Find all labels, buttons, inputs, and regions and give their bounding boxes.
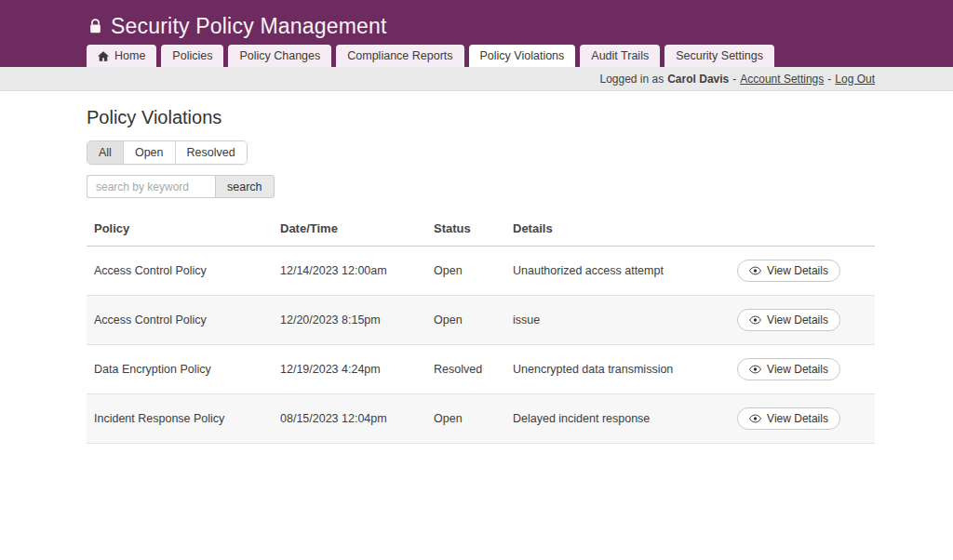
tab-policy-violations[interactable]: Policy Violations [469,45,576,67]
tab-policies[interactable]: Policies [161,45,223,67]
cell-datetime: 08/15/2023 12:04pm [273,394,426,444]
eye-icon [749,266,761,275]
tab-label: Home [114,49,145,62]
account-settings-link[interactable]: Account Settings [740,73,824,86]
tab-label: Policy Changes [239,49,320,62]
column-header-actions [703,213,875,247]
view-details-label: View Details [767,264,828,277]
cell-details: issue [505,296,703,345]
view-details-label: View Details [767,363,828,376]
table-row: Data Encryption Policy 12/19/2023 4:24pm… [87,345,875,394]
app-title: Security Policy Management [111,14,387,39]
tab-policy-changes[interactable]: Policy Changes [228,45,331,67]
cell-policy: Access Control Policy [87,296,273,345]
violations-table: Policy Date/Time Status Details Access C… [87,213,875,444]
column-header-status: Status [426,213,505,247]
tab-compliance-reports[interactable]: Compliance Reports [336,45,463,67]
brand: Security Policy Management [0,0,953,39]
table-header-row: Policy Date/Time Status Details [87,213,875,247]
home-icon [98,51,109,61]
cell-policy: Data Encryption Policy [87,345,273,394]
search-row: search [87,175,875,198]
filter-open[interactable]: Open [123,141,175,164]
cell-policy: Incident Response Policy [87,394,273,444]
tab-label: Audit Trails [591,49,649,62]
tab-home[interactable]: Home [87,45,156,67]
view-details-label: View Details [767,412,828,425]
tab-security-settings[interactable]: Security Settings [664,45,774,67]
username: Carol Davis [667,73,729,86]
app-header: Security Policy Management Home Policies… [0,0,953,67]
cell-status: Resolved [426,345,505,394]
logged-in-prefix: Logged in as [599,73,664,86]
separator: - [827,73,831,86]
tab-label: Policy Violations [480,49,565,62]
tab-audit-trails[interactable]: Audit Trails [580,45,660,67]
view-details-button[interactable]: View Details [737,358,840,380]
view-details-button[interactable]: View Details [737,260,840,282]
column-header-datetime: Date/Time [273,213,426,247]
table-row: Incident Response Policy 08/15/2023 12:0… [87,394,875,444]
separator: - [732,73,736,86]
column-header-policy: Policy [87,213,273,247]
tab-label: Compliance Reports [347,49,452,62]
cell-status: Open [426,394,505,444]
table-row: Access Control Policy 12/20/2023 8:15pm … [87,296,875,345]
table-row: Access Control Policy 12/14/2023 12:00am… [87,247,875,296]
cell-datetime: 12/14/2023 12:00am [273,247,426,296]
cell-status: Open [426,247,505,296]
status-filter-group: All Open Resolved [87,140,248,165]
view-details-button[interactable]: View Details [737,309,840,331]
search-button[interactable]: search [215,175,275,198]
eye-icon [749,414,761,423]
page-title: Policy Violations [87,107,875,128]
cell-status: Open [426,296,505,345]
cell-details: Unencrypted data transmission [505,345,703,394]
lock-icon [88,19,102,34]
view-details-button[interactable]: View Details [737,407,840,430]
cell-details: Delayed incident response [505,394,703,444]
main-content: Policy Violations All Open Resolved sear… [87,107,875,444]
cell-datetime: 12/19/2023 4:24pm [273,345,426,394]
cell-details: Unauthorized access attempt [505,247,703,296]
filter-all[interactable]: All [87,141,123,164]
cell-policy: Access Control Policy [87,247,273,296]
tab-label: Policies [172,49,212,62]
main-nav: Home Policies Policy Changes Compliance … [87,45,774,67]
tab-label: Security Settings [676,49,763,62]
logout-link[interactable]: Log Out [835,73,875,86]
eye-icon [749,365,761,374]
filter-resolved[interactable]: Resolved [175,141,247,164]
view-details-label: View Details [767,313,828,327]
user-bar: Logged in as Carol Davis - Account Setti… [0,67,953,91]
search-input[interactable] [87,175,215,198]
column-header-details: Details [505,213,703,247]
eye-icon [749,315,761,325]
cell-datetime: 12/20/2023 8:15pm [273,296,426,345]
